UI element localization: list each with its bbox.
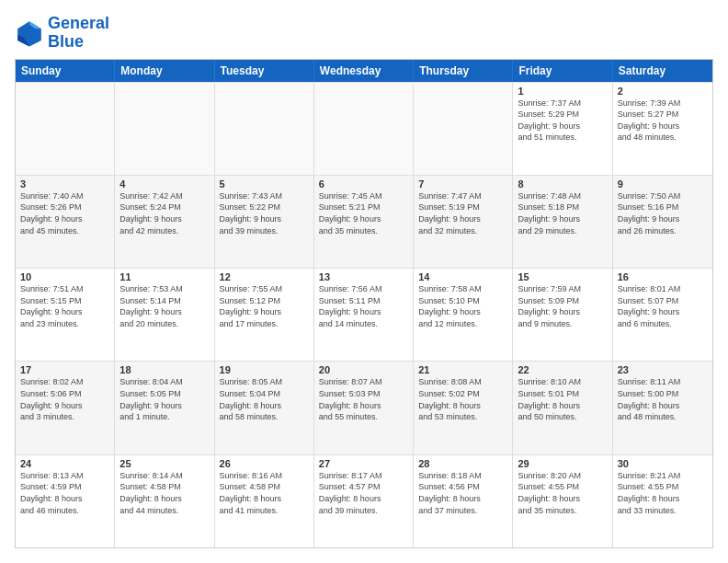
day-cell-20: 20Sunrise: 8:07 AM Sunset: 5:03 PM Dayli… bbox=[314, 362, 414, 454]
calendar: SundayMondayTuesdayWednesdayThursdayFrid… bbox=[15, 59, 713, 548]
day-cell-12: 12Sunrise: 7:55 AM Sunset: 5:12 PM Dayli… bbox=[215, 269, 314, 361]
day-cell-23: 23Sunrise: 8:11 AM Sunset: 5:00 PM Dayli… bbox=[613, 362, 712, 454]
day-cell-empty bbox=[215, 83, 314, 175]
day-cell-empty bbox=[16, 83, 115, 175]
day-number: 10 bbox=[20, 271, 109, 282]
day-info: Sunrise: 8:14 AM Sunset: 4:58 PM Dayligh… bbox=[119, 470, 209, 516]
day-number: 13 bbox=[319, 271, 408, 282]
day-info: Sunrise: 7:50 AM Sunset: 5:16 PM Dayligh… bbox=[618, 190, 708, 236]
day-number: 2 bbox=[618, 86, 708, 97]
day-cell-15: 15Sunrise: 7:59 AM Sunset: 5:09 PM Dayli… bbox=[513, 269, 612, 361]
day-cell-8: 8Sunrise: 7:48 AM Sunset: 5:18 PM Daylig… bbox=[513, 176, 612, 268]
day-number: 8 bbox=[518, 178, 607, 190]
day-number: 24 bbox=[20, 458, 109, 469]
day-cell-28: 28Sunrise: 8:18 AM Sunset: 4:56 PM Dayli… bbox=[414, 455, 513, 547]
logo: General Blue bbox=[15, 15, 109, 52]
day-info: Sunrise: 7:56 AM Sunset: 5:11 PM Dayligh… bbox=[319, 283, 408, 329]
day-number: 7 bbox=[418, 178, 507, 190]
day-info: Sunrise: 7:48 AM Sunset: 5:18 PM Dayligh… bbox=[518, 190, 607, 236]
page: General Blue SundayMondayTuesdayWednesda… bbox=[0, 0, 728, 563]
header-day-friday: Friday bbox=[513, 60, 612, 82]
day-cell-2: 2Sunrise: 7:39 AM Sunset: 5:27 PM Daylig… bbox=[613, 83, 712, 175]
day-cell-4: 4Sunrise: 7:42 AM Sunset: 5:24 PM Daylig… bbox=[115, 176, 214, 268]
day-number: 5 bbox=[220, 178, 309, 190]
day-number: 19 bbox=[220, 364, 309, 375]
day-info: Sunrise: 8:04 AM Sunset: 5:05 PM Dayligh… bbox=[119, 376, 209, 422]
day-info: Sunrise: 8:08 AM Sunset: 5:02 PM Dayligh… bbox=[418, 376, 507, 422]
day-info: Sunrise: 7:59 AM Sunset: 5:09 PM Dayligh… bbox=[518, 283, 607, 329]
day-cell-16: 16Sunrise: 8:01 AM Sunset: 5:07 PM Dayli… bbox=[613, 269, 712, 361]
day-info: Sunrise: 8:10 AM Sunset: 5:01 PM Dayligh… bbox=[518, 376, 607, 422]
day-info: Sunrise: 8:11 AM Sunset: 5:00 PM Dayligh… bbox=[618, 376, 708, 422]
day-info: Sunrise: 8:16 AM Sunset: 4:58 PM Dayligh… bbox=[220, 470, 309, 516]
day-number: 23 bbox=[618, 364, 708, 375]
calendar-row-2: 3Sunrise: 7:40 AM Sunset: 5:26 PM Daylig… bbox=[16, 175, 712, 268]
day-number: 14 bbox=[418, 271, 507, 282]
day-number: 29 bbox=[518, 458, 607, 469]
day-cell-10: 10Sunrise: 7:51 AM Sunset: 5:15 PM Dayli… bbox=[16, 269, 115, 361]
day-info: Sunrise: 8:18 AM Sunset: 4:56 PM Dayligh… bbox=[418, 470, 507, 516]
day-cell-17: 17Sunrise: 8:02 AM Sunset: 5:06 PM Dayli… bbox=[16, 362, 115, 454]
header-day-sunday: Sunday bbox=[16, 60, 115, 82]
day-cell-1: 1Sunrise: 7:37 AM Sunset: 5:29 PM Daylig… bbox=[513, 83, 612, 175]
day-cell-30: 30Sunrise: 8:21 AM Sunset: 4:55 PM Dayli… bbox=[613, 455, 712, 547]
header: General Blue bbox=[15, 15, 713, 52]
day-info: Sunrise: 8:13 AM Sunset: 4:59 PM Dayligh… bbox=[20, 470, 109, 516]
calendar-row-5: 24Sunrise: 8:13 AM Sunset: 4:59 PM Dayli… bbox=[16, 454, 712, 547]
day-number: 12 bbox=[220, 271, 309, 282]
day-cell-25: 25Sunrise: 8:14 AM Sunset: 4:58 PM Dayli… bbox=[115, 455, 214, 547]
day-cell-11: 11Sunrise: 7:53 AM Sunset: 5:14 PM Dayli… bbox=[115, 269, 214, 361]
calendar-row-1: 1Sunrise: 7:37 AM Sunset: 5:29 PM Daylig… bbox=[16, 82, 712, 175]
day-info: Sunrise: 8:02 AM Sunset: 5:06 PM Dayligh… bbox=[20, 376, 109, 422]
day-cell-27: 27Sunrise: 8:17 AM Sunset: 4:57 PM Dayli… bbox=[314, 455, 414, 547]
day-info: Sunrise: 7:39 AM Sunset: 5:27 PM Dayligh… bbox=[618, 98, 708, 144]
day-number: 16 bbox=[618, 271, 708, 282]
day-number: 6 bbox=[319, 178, 408, 190]
day-number: 25 bbox=[119, 458, 209, 469]
day-cell-29: 29Sunrise: 8:20 AM Sunset: 4:55 PM Dayli… bbox=[513, 455, 612, 547]
day-info: Sunrise: 8:17 AM Sunset: 4:57 PM Dayligh… bbox=[319, 470, 408, 516]
day-number: 11 bbox=[119, 271, 209, 282]
day-cell-22: 22Sunrise: 8:10 AM Sunset: 5:01 PM Dayli… bbox=[513, 362, 612, 454]
calendar-row-4: 17Sunrise: 8:02 AM Sunset: 5:06 PM Dayli… bbox=[16, 361, 712, 454]
day-number: 3 bbox=[20, 178, 109, 190]
day-number: 21 bbox=[418, 364, 507, 375]
header-day-tuesday: Tuesday bbox=[215, 60, 314, 82]
day-number: 30 bbox=[618, 458, 708, 469]
header-day-wednesday: Wednesday bbox=[314, 60, 414, 82]
day-number: 27 bbox=[319, 458, 408, 469]
header-day-thursday: Thursday bbox=[414, 60, 513, 82]
day-cell-empty bbox=[314, 83, 414, 175]
day-cell-6: 6Sunrise: 7:45 AM Sunset: 5:21 PM Daylig… bbox=[314, 176, 414, 268]
day-info: Sunrise: 7:43 AM Sunset: 5:22 PM Dayligh… bbox=[220, 190, 309, 236]
day-cell-empty bbox=[414, 83, 513, 175]
day-cell-14: 14Sunrise: 7:58 AM Sunset: 5:10 PM Dayli… bbox=[414, 269, 513, 361]
day-info: Sunrise: 8:20 AM Sunset: 4:55 PM Dayligh… bbox=[518, 470, 607, 516]
day-cell-21: 21Sunrise: 8:08 AM Sunset: 5:02 PM Dayli… bbox=[414, 362, 513, 454]
day-cell-19: 19Sunrise: 8:05 AM Sunset: 5:04 PM Dayli… bbox=[215, 362, 314, 454]
calendar-row-3: 10Sunrise: 7:51 AM Sunset: 5:15 PM Dayli… bbox=[16, 268, 712, 361]
day-info: Sunrise: 8:07 AM Sunset: 5:03 PM Dayligh… bbox=[319, 376, 408, 422]
logo-icon bbox=[15, 18, 44, 48]
day-info: Sunrise: 7:51 AM Sunset: 5:15 PM Dayligh… bbox=[20, 283, 109, 329]
day-number: 4 bbox=[119, 178, 209, 190]
day-number: 20 bbox=[319, 364, 408, 375]
day-info: Sunrise: 7:42 AM Sunset: 5:24 PM Dayligh… bbox=[119, 190, 209, 236]
day-info: Sunrise: 7:47 AM Sunset: 5:19 PM Dayligh… bbox=[418, 190, 507, 236]
day-cell-7: 7Sunrise: 7:47 AM Sunset: 5:19 PM Daylig… bbox=[414, 176, 513, 268]
day-info: Sunrise: 7:40 AM Sunset: 5:26 PM Dayligh… bbox=[20, 190, 109, 236]
day-info: Sunrise: 7:53 AM Sunset: 5:14 PM Dayligh… bbox=[119, 283, 209, 329]
day-cell-3: 3Sunrise: 7:40 AM Sunset: 5:26 PM Daylig… bbox=[16, 176, 115, 268]
header-day-saturday: Saturday bbox=[613, 60, 712, 82]
day-info: Sunrise: 7:58 AM Sunset: 5:10 PM Dayligh… bbox=[418, 283, 507, 329]
day-cell-24: 24Sunrise: 8:13 AM Sunset: 4:59 PM Dayli… bbox=[16, 455, 115, 547]
day-cell-empty bbox=[115, 83, 214, 175]
header-day-monday: Monday bbox=[115, 60, 214, 82]
day-number: 1 bbox=[518, 86, 607, 97]
logo-text: General Blue bbox=[48, 15, 109, 52]
day-info: Sunrise: 8:01 AM Sunset: 5:07 PM Dayligh… bbox=[618, 283, 708, 329]
day-number: 9 bbox=[618, 178, 708, 190]
day-cell-26: 26Sunrise: 8:16 AM Sunset: 4:58 PM Dayli… bbox=[215, 455, 314, 547]
day-info: Sunrise: 7:37 AM Sunset: 5:29 PM Dayligh… bbox=[518, 98, 607, 144]
day-cell-9: 9Sunrise: 7:50 AM Sunset: 5:16 PM Daylig… bbox=[613, 176, 712, 268]
